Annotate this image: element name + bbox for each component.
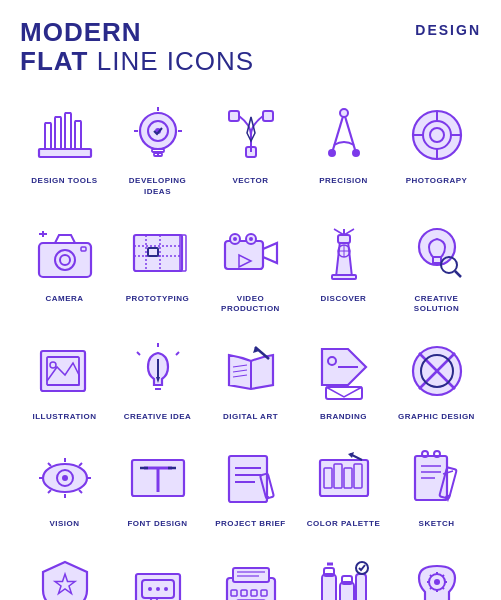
svg-rect-150	[356, 574, 366, 600]
svg-rect-3	[65, 113, 71, 149]
icon-label: DIGITAL ART	[223, 412, 278, 422]
svg-line-160	[442, 575, 443, 576]
icon-package-design: PACKAGE DESIGN	[299, 544, 388, 600]
icon-label: SKETCH	[419, 519, 455, 529]
icon-label: VIDEO PRODUCTION	[208, 294, 293, 315]
svg-point-126	[422, 451, 428, 457]
icon-design-tools: DESIGN TOOLS	[20, 93, 109, 201]
icon-project-brief: PROJECT BRIEF	[206, 436, 295, 533]
icon-prototyping: PROTOTYPING	[113, 211, 202, 319]
svg-point-135	[164, 587, 168, 591]
icon-label: PROTOTYPING	[126, 294, 190, 304]
svg-line-159	[442, 587, 443, 588]
icon-label: FONT DESIGN	[127, 519, 187, 529]
svg-rect-53	[332, 275, 356, 279]
svg-point-134	[156, 587, 160, 591]
icon-label: ILLUSTRATION	[32, 412, 96, 422]
svg-point-23	[340, 109, 348, 117]
icon-label: COLOR PALETTE	[307, 519, 380, 529]
icon-label: VECTOR	[232, 176, 268, 186]
icon-precision: PRECISION	[299, 93, 388, 201]
icon-creative-idea: CREATIVE IDEA	[113, 329, 202, 426]
svg-point-50	[249, 237, 253, 241]
icon-label: PROJECT BRIEF	[215, 519, 286, 529]
svg-point-61	[419, 229, 455, 265]
icon-label: DESIGN TOOLS	[31, 176, 97, 186]
icon-digital-art: DIGITAL ART	[206, 329, 295, 426]
icon-developing-ideas: DEVELOPING IDEAS	[113, 93, 202, 201]
svg-point-25	[353, 150, 359, 156]
icon-vision: VISION	[20, 436, 109, 533]
svg-line-75	[137, 352, 140, 355]
svg-rect-0	[39, 149, 91, 157]
design-label: DESIGN	[415, 22, 481, 38]
icon-online-consulting: ONLINE CONSULTING	[113, 544, 202, 600]
icon-font-design: FONT DESIGN	[113, 436, 202, 533]
icon-photography: PHOTOGRAPY	[392, 93, 481, 201]
svg-point-133	[148, 587, 152, 591]
svg-point-92	[62, 475, 68, 481]
svg-line-56	[334, 229, 344, 235]
icon-sketch: SKETCH	[392, 436, 481, 533]
svg-rect-18	[229, 111, 239, 121]
icons-grid: DESIGN TOOLS DEVELOPING IDEAS	[20, 93, 481, 600]
title-line2: FLAT LINE ICONS	[20, 47, 254, 76]
svg-line-98	[79, 490, 82, 493]
svg-line-161	[430, 587, 431, 588]
svg-rect-4	[75, 121, 81, 149]
icon-graphic-design: GRAPHIC DESIGN	[392, 329, 481, 426]
svg-rect-145	[322, 574, 336, 600]
title-block: MODERN FLAT LINE ICONS	[20, 18, 254, 75]
title-line1: MODERN	[20, 18, 254, 47]
icon-label: PHOTOGRAPY	[406, 176, 468, 186]
svg-line-21	[332, 113, 344, 153]
icon-label: PRECISION	[319, 176, 368, 186]
icon-label: CREATIVE IDEA	[124, 412, 192, 422]
icon-illustration: ILLUSTRATION	[20, 329, 109, 426]
svg-rect-54	[338, 235, 350, 243]
icon-label: DISCOVER	[321, 294, 367, 304]
svg-line-100	[48, 490, 51, 493]
icon-premium-quality: PREMIUM QUALITY	[20, 544, 109, 600]
icon-label: VISION	[49, 519, 79, 529]
icon-label: CREATIVE SOLUTION	[394, 294, 479, 315]
svg-line-158	[430, 575, 431, 576]
svg-rect-16	[152, 149, 164, 152]
svg-rect-19	[263, 111, 273, 121]
svg-line-99	[79, 463, 82, 466]
svg-line-76	[176, 352, 179, 355]
svg-line-97	[48, 463, 51, 466]
svg-rect-137	[233, 568, 269, 582]
icon-discover: DISCOVER	[299, 211, 388, 319]
icon-color-palette: COLOR PALETTE	[299, 436, 388, 533]
svg-rect-1	[45, 123, 51, 149]
svg-rect-33	[39, 243, 91, 277]
icon-creative-solution: CREATIVE SOLUTION	[392, 211, 481, 319]
icon-label: GRAPHIC DESIGN	[398, 412, 475, 422]
icon-copywriting: COPYWRITING	[206, 544, 295, 600]
svg-point-153	[434, 579, 440, 585]
icon-label: DEVELOPING IDEAS	[115, 176, 200, 197]
svg-line-57	[344, 229, 354, 235]
icon-video-production: VIDEO PRODUCTION	[206, 211, 295, 319]
svg-point-127	[434, 451, 440, 457]
icon-productivity: PRODUCTIVITY	[392, 544, 481, 600]
svg-point-48	[233, 237, 237, 241]
icon-label: CAMERA	[45, 294, 83, 304]
icon-camera: CAMERA	[20, 211, 109, 319]
svg-line-22	[344, 113, 356, 153]
svg-point-24	[329, 150, 335, 156]
icon-vector: VECTOR	[206, 93, 295, 201]
icon-branding: BRANDING	[299, 329, 388, 426]
icon-label: BRANDING	[320, 412, 367, 422]
svg-line-66	[455, 271, 461, 277]
svg-rect-2	[55, 117, 61, 149]
page-header: MODERN FLAT LINE ICONS DESIGN	[20, 18, 481, 75]
